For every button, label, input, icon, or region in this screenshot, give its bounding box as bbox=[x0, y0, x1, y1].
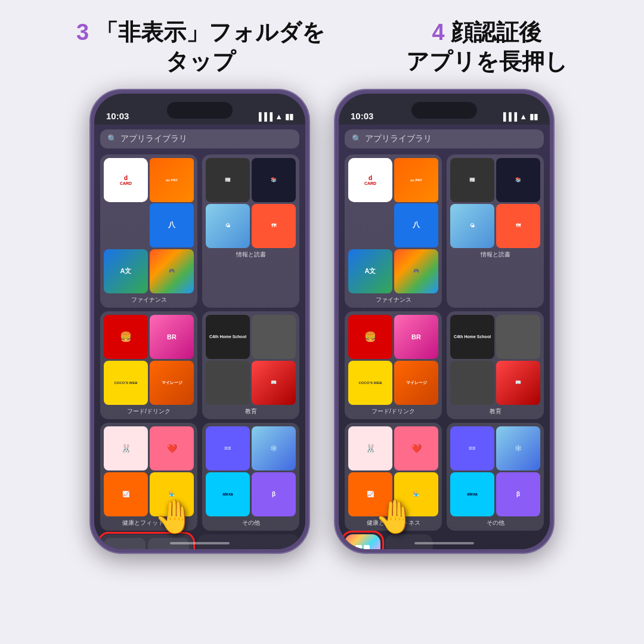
edu-label-left: 教育 bbox=[206, 407, 296, 416]
hachi-icon-right: 八 bbox=[394, 203, 438, 247]
row2-left: 🍔 BR COCO'S WEB マイレージ フード/ドリンク C4th Home… bbox=[100, 311, 299, 419]
food-label-left: フード/ドリンク bbox=[104, 407, 194, 416]
screen-left: 🔍 アプリライブラリ d CARD bbox=[94, 125, 305, 549]
dcard-icon-left: d CARD bbox=[104, 158, 148, 202]
wifi-icon-right: ▲ bbox=[519, 112, 527, 121]
edu4-icon-left: 📖 bbox=[252, 361, 296, 405]
edu2-icon-left bbox=[252, 315, 296, 359]
step-3-title-1: 「非表示」フォルダを bbox=[95, 20, 325, 45]
aupay-icon-left: au PAY bbox=[150, 158, 194, 202]
beta-icon-right: β bbox=[496, 472, 540, 516]
hand-cursor-left: 🤚 bbox=[154, 497, 195, 536]
status-icons-right: ▐▐▐ ▲ ▮▮ bbox=[500, 112, 538, 121]
row1-left: d CARD au PAY 八 A文 🎮 bbox=[100, 154, 299, 308]
search-icon-left: 🔍 bbox=[107, 134, 117, 143]
aupay-icon-right: au PAY bbox=[394, 158, 438, 202]
food-folder-left[interactable]: 🍔 BR COCO'S WEB マイレージ フード/ドリンク bbox=[100, 311, 197, 419]
row2-right: 🍔 BR COCO'S WEB マイレージ フード/ドリンク C4th Home… bbox=[345, 311, 544, 419]
search-text-right: アプリライブラリ bbox=[365, 134, 432, 144]
info-folder-right[interactable]: 📰 📚 🌤 🗺 情報と読書 bbox=[447, 154, 544, 308]
edu3-icon-left bbox=[206, 361, 250, 405]
br-icon-right: BR bbox=[394, 315, 438, 359]
alexa-icon-left: alexa bbox=[206, 472, 250, 516]
map-icon-right: 🗺 bbox=[496, 204, 540, 248]
mcdonalds-icon-right: 🍔 bbox=[348, 315, 392, 359]
iphone-right: 10:03 ▐▐▐ ▲ ▮▮ 🔍 アプリライブラリ bbox=[334, 89, 555, 554]
stripe-icon-right: ≡≡ bbox=[450, 426, 494, 470]
mileage-icon-left: マイレージ bbox=[150, 361, 194, 405]
other-folder-right[interactable]: ≡≡ ❄️ alexa β その他 bbox=[447, 423, 544, 531]
edu-folder-left[interactable]: C4th Home School 📖 教育 bbox=[202, 311, 299, 419]
step-4-title-2: アプリを長押し bbox=[406, 49, 568, 74]
edu3-icon-right bbox=[450, 361, 494, 405]
signal-icon-left: ▐▐▐ bbox=[256, 112, 273, 121]
c4th-icon-right: C4th Home School bbox=[450, 315, 494, 359]
cocos-icon-left: COCO'S WEB bbox=[104, 361, 148, 405]
frozen-icon-left: ❄️ bbox=[252, 426, 296, 470]
home-bar-right bbox=[414, 542, 474, 544]
food-label-right: フード/ドリンク bbox=[348, 407, 438, 416]
edu4-icon-right: 📖 bbox=[496, 361, 540, 405]
row3-left: 🐰 ❤️ 📈 🏪 健康とフィットネス ≡≡ ❄️ alexa β bbox=[100, 423, 299, 531]
hand-cursor-right: 🤚 bbox=[374, 497, 416, 536]
stripe-icon-left: ≡≡ bbox=[206, 426, 250, 470]
step-3-title-2: タップ bbox=[166, 49, 236, 74]
hachi-icon-left: 八 bbox=[150, 203, 194, 247]
rabbit-icon-right: 🐰 bbox=[348, 426, 392, 470]
app-library-icon-right[interactable] bbox=[345, 534, 380, 549]
battery-icon-right: ▮▮ bbox=[530, 112, 538, 121]
food-folder-right[interactable]: 🍔 BR COCO'S WEB マイレージ フード/ドリンク bbox=[345, 311, 442, 419]
news2-icon-right: 📚 bbox=[496, 158, 540, 202]
info-label-right: 情報と読書 bbox=[450, 250, 540, 259]
step-4-header: 4 顔認証後 アプリを長押し bbox=[406, 18, 568, 77]
translate-icon-left: A文 bbox=[104, 249, 148, 293]
map-icon-left: 🗺 bbox=[252, 204, 296, 248]
signal-icon-right: ▐▐▐ bbox=[500, 112, 517, 121]
search-bar-left[interactable]: 🔍 アプリライブラリ bbox=[100, 129, 299, 148]
info-folder-left[interactable]: 📰 📚 🌤 🗺 情報と読書 bbox=[202, 154, 299, 308]
finance-folder-right[interactable]: d CARD au PAY 八 A文 🎮 ファイナンス bbox=[345, 154, 442, 308]
mileage-icon-right: マイレージ bbox=[394, 361, 438, 405]
br-icon-left: BR bbox=[150, 315, 194, 359]
translate-icon-right: A文 bbox=[348, 249, 392, 293]
edu-label-right: 教育 bbox=[450, 407, 540, 416]
finance-label-right: ファイナンス bbox=[348, 296, 438, 304]
step-4-number: 4 bbox=[432, 20, 445, 45]
dcard-icon-right: d CARD bbox=[348, 158, 392, 202]
weather-icon-right: 🌤 bbox=[450, 204, 494, 248]
search-icon-right: 🔍 bbox=[352, 134, 361, 143]
step-3-number: 3 bbox=[76, 20, 89, 45]
finance-folder-left[interactable]: d CARD au PAY 八 A文 🎮 bbox=[100, 154, 197, 308]
finance-label-left: ファイナンス bbox=[104, 296, 194, 304]
news-icon-left: 📰 bbox=[206, 158, 250, 202]
frozen-icon-right: ❄️ bbox=[496, 426, 540, 470]
time-right: 10:03 bbox=[351, 111, 373, 121]
other-label-left: その他 bbox=[206, 519, 296, 527]
header: 3 「非表示」フォルダを タップ 4 顔認証後 アプリを長押し bbox=[0, 0, 644, 89]
game-icon-right: 🎮 bbox=[394, 249, 438, 293]
c4th-icon-left: C4th Home School bbox=[206, 315, 250, 359]
status-icons-left: ▐▐▐ ▲ ▮▮ bbox=[256, 112, 293, 121]
other-folder-left[interactable]: ≡≡ ❄️ alexa β その他 bbox=[202, 423, 299, 531]
screen-right: 🔍 アプリライブラリ d CARD bbox=[339, 125, 550, 549]
heart-icon-right: ❤️ bbox=[394, 426, 438, 470]
edu-folder-right[interactable]: C4th Home School 📖 教育 bbox=[447, 311, 544, 419]
dynamic-island-left bbox=[167, 102, 233, 119]
game-icon-left: 🎮 bbox=[150, 249, 194, 293]
search-bar-right[interactable]: 🔍 アプリライブラリ bbox=[345, 129, 544, 148]
step-3-header: 3 「非表示」フォルダを タップ bbox=[76, 18, 325, 77]
search-text-left: アプリライブラリ bbox=[120, 134, 187, 144]
heart-icon-left: ❤️ bbox=[150, 426, 194, 470]
news-icon-right: 📰 bbox=[450, 158, 494, 202]
wifi-icon-left: ▲ bbox=[275, 112, 283, 121]
news2-icon-left: 📚 bbox=[252, 158, 296, 202]
rabbit-icon-left: 🐰 bbox=[104, 426, 148, 470]
phones-row: 10:03 ▐▐▐ ▲ ▮▮ 🔍 アプリライブラリ bbox=[66, 89, 578, 554]
alexa-icon-right: alexa bbox=[450, 472, 494, 516]
step-4-title-1: 顔認証後 bbox=[451, 20, 541, 45]
other-label-right: その他 bbox=[450, 519, 540, 527]
hidden-cell-1 bbox=[104, 538, 145, 549]
weather-icon-left: 🌤 bbox=[206, 204, 250, 248]
edu2-icon-right bbox=[496, 315, 540, 359]
stock-icon-left: 📈 bbox=[104, 472, 148, 516]
